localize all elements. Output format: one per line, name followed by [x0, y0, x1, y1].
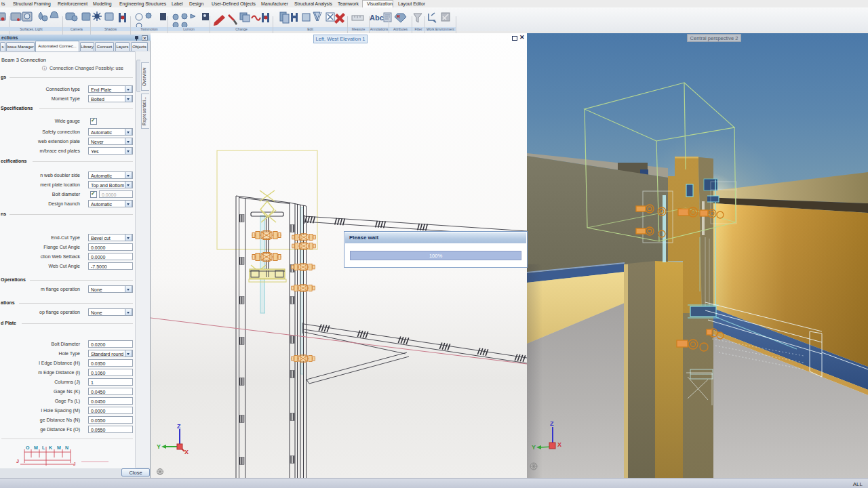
svg-text:Abc: Abc: [370, 14, 384, 22]
svg-text:O: O: [26, 445, 30, 450]
svg-text:Y: Y: [157, 443, 161, 450]
svg-text:J: J: [73, 462, 76, 466]
svg-text:Z: Z: [177, 423, 181, 430]
svg-text:X: X: [557, 441, 561, 448]
svg-text:R: R: [397, 14, 400, 19]
svg-text:X: X: [184, 449, 189, 455]
svg-text:Z: Z: [550, 420, 554, 427]
svg-text:M: M: [34, 445, 38, 450]
svg-text:J: J: [16, 459, 19, 464]
svg-text:M: M: [57, 445, 61, 450]
svg-text:K: K: [49, 445, 52, 450]
svg-text:L: L: [42, 445, 45, 450]
svg-text:N: N: [65, 445, 68, 450]
